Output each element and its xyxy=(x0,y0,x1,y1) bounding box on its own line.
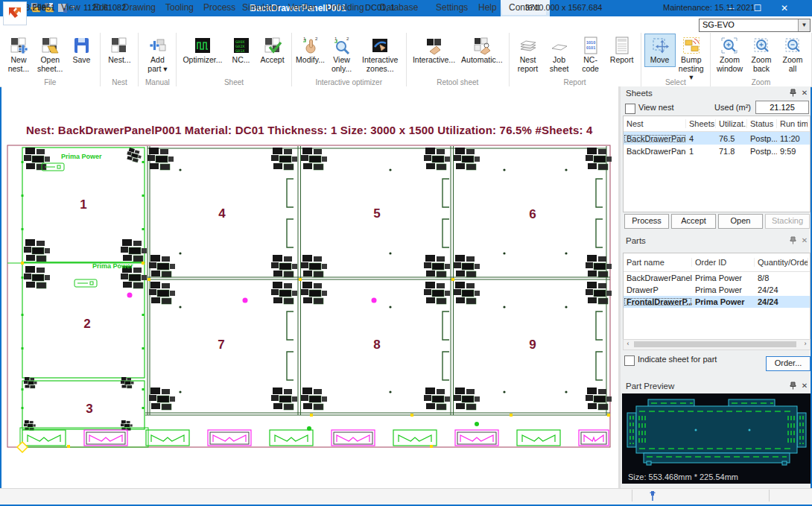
close-button[interactable]: ✕ xyxy=(773,0,796,16)
nest-icon xyxy=(110,36,129,55)
part-row[interactable]: FrontalDrawerP...Prima Power24/24 xyxy=(624,296,810,308)
menu-item-settings[interactable]: Settings xyxy=(436,2,468,13)
pin-icon[interactable] xyxy=(788,89,797,98)
menu-item-drawing[interactable]: Drawing xyxy=(123,2,156,13)
view-nest-checkbox[interactable] xyxy=(625,104,635,114)
sheets-table[interactable]: NestSheetsUtilizat...StatusRun timeBackD… xyxy=(623,116,811,212)
profile-combobox[interactable]: SG-EVO ▼ xyxy=(699,19,811,32)
ribbon-group-sheet: Optimizer...G00XG02XG01XNC...AcceptSheet xyxy=(177,33,291,86)
chevron-down-icon[interactable]: ▼ xyxy=(798,19,810,31)
sheet-row[interactable]: BackDrawerPanel...476.5Postp...11:20 xyxy=(624,132,810,145)
sheet-row[interactable]: BackDrawerPanel...171.8Postp...9:59 xyxy=(624,145,810,157)
indicate-sheet-checkbox[interactable] xyxy=(624,355,635,366)
modify-button[interactable]: 12Modify... xyxy=(295,34,326,67)
scroll-left-icon[interactable]: ‹ xyxy=(624,340,632,348)
automatic-retool-icon xyxy=(472,36,492,55)
part-cell: Prima Power xyxy=(692,273,755,282)
nest-report-icon xyxy=(518,36,538,55)
report-icon xyxy=(612,36,632,55)
part-cell: DrawerP xyxy=(624,285,692,294)
sheets-column-nest[interactable]: Nest xyxy=(624,119,686,128)
close-icon[interactable]: ✕ xyxy=(800,89,809,97)
add-part-icon xyxy=(148,36,167,55)
accept-button[interactable]: Accept xyxy=(671,214,716,229)
optimizer-button[interactable]: Optimizer... xyxy=(180,34,225,67)
interactive-zones-button[interactable]: Interactive zones... xyxy=(358,34,403,75)
part-row[interactable]: DrawerPPrima Power24/24 xyxy=(624,284,810,296)
menu-item-process[interactable]: Process xyxy=(203,2,235,13)
scroll-right-icon[interactable]: › xyxy=(801,340,810,348)
part-cell: 24/24 xyxy=(755,297,808,306)
part-preview-viewport[interactable]: Size: 553.468mm * 225.54mm xyxy=(622,393,811,484)
svg-text:Prima Power: Prima Power xyxy=(92,262,133,270)
bump-nesting-button[interactable]: Bump nesting ▾ xyxy=(676,34,707,84)
add-part-button[interactable]: Add part ▾ xyxy=(142,34,173,75)
ribbon-button-label: View only... xyxy=(329,56,355,73)
pin-icon[interactable] xyxy=(788,236,797,246)
order-button[interactable]: Order... xyxy=(766,356,811,371)
menu-item-tooling[interactable]: Tooling xyxy=(165,2,194,13)
used-value: 21.125 xyxy=(755,101,809,114)
parts-column-part-name[interactable]: Part name xyxy=(624,258,692,267)
nest-canvas[interactable]: Nest: BackDrawerPanelP001 Material: DC01… xyxy=(1,86,618,488)
report-button[interactable]: Report xyxy=(606,34,638,67)
new-nest-button[interactable]: New nest... xyxy=(3,34,34,75)
sheet-cell: BackDrawerPanel... xyxy=(624,147,686,156)
app-logo-icon[interactable] xyxy=(3,1,27,25)
nest-button[interactable]: Nest... xyxy=(104,34,135,67)
sheets-column-sheets[interactable]: Sheets xyxy=(686,119,716,128)
status-material: DC01, 1 xyxy=(365,3,395,12)
part-row[interactable]: BackDrawerPanelPPrima Power8/8 xyxy=(624,272,810,284)
view-only-button[interactable]: 12View only... xyxy=(326,34,358,75)
automatic-button[interactable]: Automatic... xyxy=(458,34,505,67)
ribbon-group-label: Sheet xyxy=(177,78,291,86)
ribbon-group-label: Retool sheet xyxy=(407,78,509,86)
menu-item-unfolding[interactable]: Unfolding xyxy=(326,2,364,13)
job-sheet-button[interactable]: Job sheet xyxy=(544,34,575,75)
parts-table-hscrollbar[interactable]: ‹ › xyxy=(623,339,811,350)
indicate-sheet-label: Indicate sheet for part xyxy=(638,355,717,364)
sheet-cell: 71.8 xyxy=(716,147,747,156)
part-cell: 24/24 xyxy=(755,285,808,294)
ribbon-group-label: Interactive optimizer xyxy=(292,78,406,86)
sheets-column-run-time[interactable]: Run time xyxy=(777,119,808,128)
menu-item-simulator[interactable]: Simulator xyxy=(242,2,280,13)
pin-icon[interactable] xyxy=(788,382,797,391)
zoom-window-icon xyxy=(720,36,739,55)
open-button[interactable]: Open xyxy=(718,214,763,229)
part-cell: 8/8 xyxy=(755,273,808,282)
accept-button[interactable]: Accept xyxy=(257,34,288,67)
close-icon[interactable]: ✕ xyxy=(800,236,809,244)
menu-item-help[interactable]: Help xyxy=(478,2,497,13)
move-button[interactable]: Move xyxy=(644,34,676,67)
zoom-window-button[interactable]: Zoom window xyxy=(714,34,746,75)
process-button[interactable]: Process xyxy=(624,214,669,229)
menu-item-view[interactable]: View xyxy=(61,2,80,13)
scrollbar-thumb[interactable] xyxy=(634,341,796,347)
parts-table[interactable]: Part nameOrder IDQuantity/OrderedBackDra… xyxy=(623,253,811,341)
ribbon-button-label: New nest... xyxy=(6,56,31,73)
zoom-all-button[interactable]: Zoom all xyxy=(777,34,808,75)
ribbon-group-label: Manual xyxy=(139,78,176,86)
open-sheet-button[interactable]: Open sheet... xyxy=(34,34,66,75)
ribbon-group-file: New nest...Open sheet...SaveFile xyxy=(0,33,101,86)
parts-column-quantity-ordered[interactable]: Quantity/Ordered xyxy=(755,258,808,267)
nc-button[interactable]: G00XG02XG01XNC... xyxy=(226,34,257,67)
svg-text:0101: 0101 xyxy=(586,45,595,50)
interactive-button[interactable]: Interactive... xyxy=(410,34,458,67)
ribbon-button-label: Accept xyxy=(260,56,284,65)
ribbon-group-interactive-optimizer: 12Modify...12View only...Interactive zon… xyxy=(292,33,407,86)
nc-code-button[interactable]: 10100101NC-code xyxy=(575,34,606,75)
nest-report-button[interactable]: Nest report xyxy=(513,34,544,75)
zoom-back-button[interactable]: Zoom back xyxy=(746,34,777,75)
save-button[interactable]: Save xyxy=(66,34,97,67)
ribbon-group-label: Nest xyxy=(101,78,138,86)
menu-item-verifier[interactable]: Verifier xyxy=(288,2,316,13)
ribbon-button-label: Add part ▾ xyxy=(145,56,170,73)
parts-column-order-id[interactable]: Order ID xyxy=(692,258,755,267)
sheets-column-status[interactable]: Status xyxy=(747,119,777,128)
sheets-column-utilizat[interactable]: Utilizat... xyxy=(716,119,747,128)
part-size-text: Size: 553.468mm * 225.54mm xyxy=(628,472,738,481)
close-icon[interactable]: ✕ xyxy=(800,382,809,390)
sheet-cell: Postp... xyxy=(747,134,777,143)
